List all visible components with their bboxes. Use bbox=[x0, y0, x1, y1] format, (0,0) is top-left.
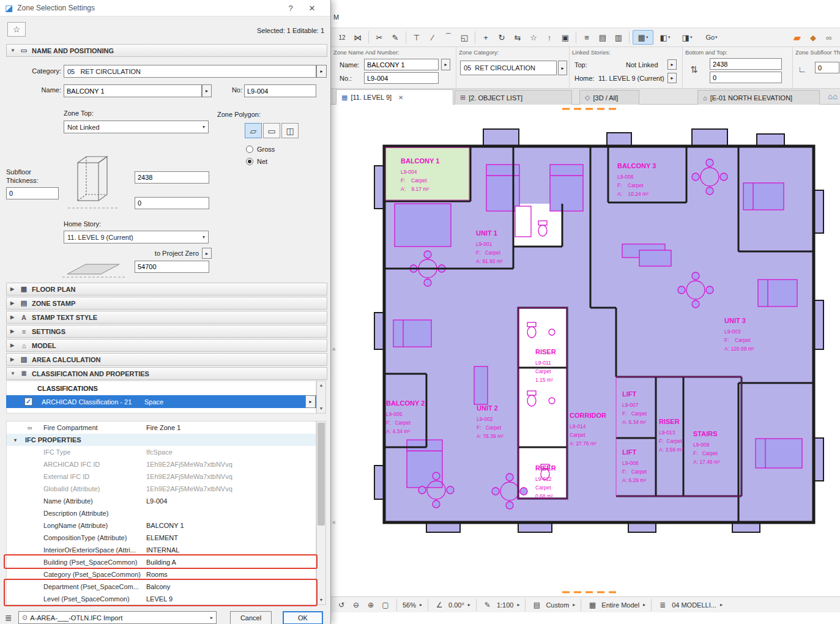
property-row-interior-exterior[interactable]: InteriorOrExteriorSpace (Attri... INTERN… bbox=[7, 544, 316, 556]
section-stamp-text-style[interactable]: ▶ A STAMP TEXT STYLE bbox=[6, 311, 327, 324]
scale-flyout-icon[interactable]: ▸ bbox=[517, 602, 519, 607]
home-flyout-button[interactable]: ▸ bbox=[667, 73, 677, 83]
property-row-building[interactable]: Building (Pset_SpaceCommon) Building A bbox=[7, 556, 316, 568]
property-row-longname[interactable]: LongName (Attribute) BALCONY 1 bbox=[7, 519, 316, 532]
mirror-icon[interactable]: ⇆ bbox=[510, 30, 525, 45]
top-flyout-button[interactable]: ▸ bbox=[667, 59, 677, 70]
scrollbar-thumb[interactable] bbox=[318, 423, 325, 526]
move-icon[interactable]: + bbox=[478, 30, 493, 45]
close-pane-icon[interactable]: ◨▾ bbox=[677, 30, 697, 45]
zone-number-input[interactable] bbox=[364, 72, 439, 84]
property-row-globalid[interactable]: GlobalId (Attribute) 1Eh9E2AFj5MeWa7xtbN… bbox=[7, 483, 316, 495]
subfloor-thickness-input[interactable] bbox=[6, 187, 59, 199]
tab-north-elevation[interactable]: ⌂ [E-01 NORTH ELEVATION] bbox=[697, 90, 820, 105]
layers-icon[interactable]: ▤ bbox=[595, 30, 610, 45]
ok-button[interactable]: OK bbox=[283, 611, 323, 624]
duplicate-pane-icon[interactable]: ◧▾ bbox=[655, 30, 675, 45]
fillet-icon[interactable]: ⌒ bbox=[441, 30, 456, 45]
favorites-star-icon[interactable]: ☆ bbox=[526, 30, 541, 45]
zoom-box-icon[interactable]: ▢ bbox=[380, 601, 391, 609]
penset-flyout-icon[interactable]: ▸ bbox=[720, 602, 723, 607]
category-combo[interactable]: 05 RET CIRCULATION bbox=[64, 65, 316, 78]
properties-scrollbar[interactable]: ▼ bbox=[316, 421, 326, 605]
property-row-category[interactable]: Category (Pset_SpaceCommon) Rooms bbox=[7, 568, 316, 581]
classification-row-selected[interactable]: ✓ ARCHICAD Classification - 21 Space bbox=[6, 395, 316, 408]
tab-object-list[interactable]: ⊞ [2. OBJECT LIST] bbox=[455, 90, 572, 105]
home-value[interactable]: 11. LEVEL 9 (Current) bbox=[598, 75, 664, 82]
split-icon[interactable]: ∕ bbox=[425, 30, 440, 45]
property-row-level[interactable]: Level (Pset_SpaceCommon) LEVEL 9 bbox=[7, 593, 316, 605]
zone-bottom-offset-input[interactable] bbox=[135, 197, 209, 209]
property-row-name-attribute[interactable]: Name (Attribute) L9-004 bbox=[7, 495, 316, 507]
rotation-value[interactable]: 0.00° bbox=[448, 601, 464, 609]
layer-flyout-icon[interactable]: ▸ bbox=[573, 602, 575, 607]
classification-flyout-button[interactable]: ▸ bbox=[305, 395, 316, 408]
model-filter-value[interactable]: Entire Model bbox=[601, 601, 639, 609]
classification-scrollbar[interactable]: ▲ ▼ bbox=[316, 381, 326, 414]
name-flyout-button[interactable]: ▸ bbox=[441, 59, 450, 70]
resize-icon[interactable]: ◱ bbox=[457, 30, 472, 45]
scroll-down-icon[interactable]: ▼ bbox=[317, 596, 325, 604]
section-area-calculation[interactable]: ▶ ▧ AREA CALCULATION bbox=[6, 353, 327, 366]
property-group-ifc[interactable]: ▾ IFC PROPERTIES bbox=[7, 434, 316, 446]
section-classification-properties[interactable]: ▼ ≣ CLASSIFICATION AND PROPERTIES bbox=[6, 367, 327, 380]
layer-combination-value[interactable]: Custom bbox=[546, 601, 569, 609]
views-icon[interactable]: ▥ bbox=[611, 30, 626, 45]
adjust-icon[interactable]: ⋈ bbox=[351, 30, 365, 45]
close-dialog-button[interactable]: ✕ bbox=[303, 4, 321, 13]
cancel-button[interactable]: Cancel bbox=[230, 611, 272, 624]
tab-level-9[interactable]: ▦ [11. LEVEL 9] ✕ bbox=[336, 89, 453, 105]
property-row-compositiontype[interactable]: CompositionType (Attribute) ELEMENT bbox=[7, 532, 316, 544]
selected-zone-balcony1[interactable] bbox=[385, 147, 469, 200]
section-settings[interactable]: ▶ ≡ SETTINGS bbox=[6, 325, 327, 338]
top-value[interactable]: Not Linked bbox=[626, 61, 658, 69]
zone-top-offset-input[interactable] bbox=[135, 171, 209, 184]
gross-radio[interactable] bbox=[246, 146, 253, 153]
dialog-titlebar[interactable]: ◪ Zone Selection Settings ? ✕ bbox=[0, 0, 330, 17]
rotate-icon[interactable]: ↻ bbox=[494, 30, 509, 45]
floor-plan-canvas[interactable]: « « bbox=[331, 105, 840, 596]
subfloor-thickness-input[interactable] bbox=[815, 62, 839, 73]
elevate-icon[interactable]: ↑ bbox=[542, 30, 557, 45]
property-row-ifc-type[interactable]: IFC Type IfcSpace bbox=[7, 446, 316, 458]
property-row-fire-compartment[interactable]: ∞ Fire Compartment Fire Zone 1 bbox=[7, 422, 316, 434]
layer-combination-icon[interactable]: ▤ bbox=[531, 601, 542, 609]
model-filter-icon[interactable]: ▦ bbox=[587, 601, 598, 609]
favorites-button[interactable]: ☆ bbox=[7, 22, 26, 37]
scroll-down-icon[interactable]: ▼ bbox=[317, 404, 325, 413]
category-flyout-button[interactable]: ▸ bbox=[558, 61, 567, 75]
floorplan-drawing[interactable]: BALCONY 1 L9-004 F: Carpet A: 9.17 m² BA… bbox=[335, 105, 840, 596]
name-flyout-button[interactable]: ▸ bbox=[202, 84, 212, 97]
scissors-icon[interactable]: ✂ bbox=[372, 30, 387, 45]
category-flyout-button[interactable]: ▸ bbox=[316, 65, 327, 78]
buildings-icon[interactable]: ⌂⌂ bbox=[828, 92, 838, 101]
bottom-offset-input[interactable] bbox=[710, 72, 782, 83]
zone-category-combo[interactable]: 05 RET CIRCULATION bbox=[460, 61, 557, 75]
zone-polygon-manual-button[interactable]: ▭ bbox=[263, 123, 280, 138]
zone-polygon-auto-button[interactable]: ▱ bbox=[245, 123, 262, 138]
property-row-department[interactable]: Department (Pset_SpaceCom... Balcony bbox=[7, 581, 316, 593]
hyperlink-icon[interactable]: ∞ bbox=[822, 30, 836, 45]
property-row-archicad-ifc-id[interactable]: ARCHICAD IFC ID 1Eh9E2AFj5MeWa7xtbNVvq bbox=[7, 458, 316, 470]
import-source-combo[interactable]: ⊙ A-AREA-___-OTLN.IFC Import ▸ bbox=[18, 611, 217, 624]
tab-3d-all[interactable]: ◇ [3D / All] bbox=[579, 90, 639, 105]
property-row-description[interactable]: Description (Attribute) bbox=[7, 507, 316, 519]
section-zone-stamp[interactable]: ▶ ▤ ZONE STAMP bbox=[6, 297, 327, 310]
zoom-out-icon[interactable]: ⊖ bbox=[351, 601, 362, 609]
zone-polygon-reference-button[interactable]: ◫ bbox=[281, 123, 299, 138]
net-radio[interactable] bbox=[246, 158, 253, 165]
trim-icon[interactable]: ⊤ bbox=[409, 30, 424, 45]
align-icon[interactable]: ≡ bbox=[579, 30, 594, 45]
scale-icon[interactable]: ✎ bbox=[482, 601, 493, 609]
go-button[interactable]: Go▾ bbox=[699, 30, 724, 45]
pickup-parameters-icon[interactable]: ✎ bbox=[388, 30, 403, 45]
zoom-level[interactable]: 56% bbox=[403, 601, 416, 609]
scale-value[interactable]: 1:100 bbox=[497, 601, 514, 609]
zone-name-input[interactable] bbox=[364, 59, 439, 70]
zone-name-input[interactable] bbox=[64, 84, 202, 97]
project-zero-input[interactable] bbox=[135, 261, 209, 273]
zoom-in-icon[interactable]: ⊕ bbox=[365, 601, 376, 609]
publisher-icon[interactable]: ▰ bbox=[790, 30, 805, 45]
filter-flyout-icon[interactable]: ▸ bbox=[643, 602, 645, 607]
section-model[interactable]: ▶ ⌂ MODEL bbox=[6, 339, 327, 352]
